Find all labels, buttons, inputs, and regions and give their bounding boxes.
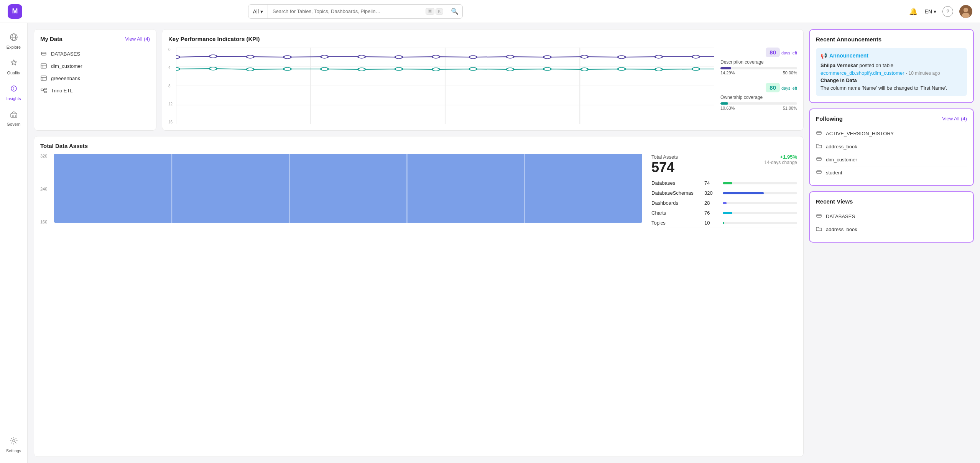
sidebar-label-explore: Explore	[7, 45, 21, 49]
list-item[interactable]: DATABASES	[816, 210, 967, 223]
asset-bar-wrap	[723, 202, 797, 204]
search-submit-button[interactable]: 🔍	[447, 8, 462, 15]
asset-bar-wrap	[723, 182, 797, 184]
total-assets-card: Total Data Assets 160 240 320	[34, 136, 804, 457]
announcements-card: Recent Announcements 📢 Announcement Shil…	[809, 29, 974, 103]
kpi-chart-area: 16 12 8 4 0	[168, 48, 797, 124]
announcement-table-link[interactable]: ecommerce_db.shopify.dim_customer	[821, 70, 904, 76]
user-avatar[interactable]	[959, 5, 972, 18]
y-label: 160	[40, 220, 53, 224]
svg-rect-21	[41, 76, 46, 80]
logo[interactable]: M	[8, 4, 22, 19]
topnav-right: 🔔 EN ▾ ?	[908, 5, 972, 18]
announcement-body: Shilpa Vernekar posted on table ecommerc…	[821, 62, 962, 92]
recent-views-title: Recent Views	[816, 198, 853, 205]
metric-name-ownership: Ownership coverage	[720, 95, 797, 100]
database-icon	[816, 156, 822, 163]
my-data-header: My Data View All (4)	[40, 36, 150, 42]
svg-point-47	[469, 56, 477, 59]
sidebar-item-insights[interactable]: Insights	[0, 80, 27, 105]
bar-chart-section: Total Data Assets 160 240 320	[40, 143, 642, 224]
metric-name-description: Description coverage	[720, 59, 797, 65]
svg-point-50	[580, 55, 588, 58]
list-item-label: address_book	[826, 144, 857, 149]
svg-point-66	[618, 67, 625, 71]
svg-rect-88	[817, 214, 821, 217]
svg-point-57	[284, 67, 291, 71]
svg-point-65	[580, 68, 588, 71]
announcement-item: 📢 Announcement Shilpa Vernekar posted on…	[816, 48, 967, 96]
svg-point-52	[655, 55, 662, 58]
svg-line-10	[11, 112, 14, 114]
days-badge-description: 80	[766, 48, 780, 57]
asset-row-dashboards: Dashboards 28	[651, 198, 797, 208]
bar-chart-container: 160 240 320	[40, 154, 642, 224]
asset-bar	[723, 222, 724, 224]
svg-point-43	[321, 55, 328, 58]
topnav: M All ▾ ⌘ K 🔍 🔔 EN ▾ ?	[0, 0, 980, 23]
svg-line-11	[14, 112, 17, 114]
following-view-all[interactable]: View All (4)	[942, 116, 967, 121]
insights-icon	[10, 84, 18, 95]
kpi-metric-ownership: 80 days left Ownership coverage 10.63% 5…	[720, 83, 797, 110]
sidebar: Explore Quality Insights	[0, 23, 28, 463]
search-filter-button[interactable]: All ▾	[248, 5, 268, 18]
svg-rect-77	[54, 154, 642, 223]
svg-point-45	[395, 56, 402, 59]
top-row: My Data View All (4) DATABASES	[34, 29, 804, 131]
announcement-posted-text: posted on table	[859, 62, 893, 68]
list-item-label: address_book	[826, 227, 857, 232]
cmd-key: ⌘	[426, 8, 434, 15]
search-filter-label: All	[253, 8, 259, 15]
sidebar-item-settings[interactable]: Settings	[0, 433, 27, 457]
sidebar-item-explore[interactable]: Explore	[0, 29, 27, 53]
svg-point-8	[13, 89, 14, 90]
govern-icon	[10, 110, 18, 120]
list-item[interactable]: student	[816, 166, 967, 179]
kpi-svg: 30/Aug 03/Sep 07/Sep 11/Sep	[176, 48, 714, 124]
list-item[interactable]: dim_customer	[816, 153, 967, 166]
main-layout: Explore Quality Insights	[0, 23, 980, 463]
schema-icon	[40, 87, 47, 94]
asset-row-topics: Topics 10	[651, 218, 797, 228]
total-assets-count-section: Total Assets 574	[651, 154, 678, 174]
help-button[interactable]: ?	[942, 6, 953, 17]
svg-point-58	[321, 67, 328, 71]
svg-rect-24	[41, 89, 43, 90]
list-item[interactable]: address_book	[816, 140, 967, 153]
list-item[interactable]: ACTIVE_VERSION_HISTORY	[816, 127, 967, 140]
svg-point-63	[506, 68, 514, 71]
announcement-title: 📢 Announcement	[821, 53, 962, 59]
list-item[interactable]: dim_customer	[40, 60, 150, 72]
asset-row-name: Topics	[651, 220, 701, 226]
list-item[interactable]: address_book	[816, 223, 967, 236]
list-item[interactable]: greeeenbank	[40, 72, 150, 84]
list-item[interactable]: Trino ETL	[40, 84, 150, 97]
search-icon: 🔍	[451, 8, 459, 15]
list-item-label: Trino ETL	[51, 88, 73, 94]
bar-chart-svg	[54, 154, 642, 224]
notification-bell-button[interactable]: 🔔	[908, 6, 919, 17]
language-selector[interactable]: EN ▾	[925, 8, 936, 15]
svg-point-60	[395, 67, 402, 71]
my-data-view-all[interactable]: View All (4)	[125, 36, 150, 42]
y-label: 4	[168, 66, 175, 70]
assets-change-section: +1.95% 14-days change	[765, 154, 797, 165]
bar-svg	[54, 154, 642, 223]
k-key: K	[436, 8, 443, 15]
sidebar-item-quality[interactable]: Quality	[0, 55, 27, 79]
svg-point-48	[506, 55, 514, 58]
announcements-title: Recent Announcements	[816, 36, 881, 43]
list-item[interactable]: DATABASES	[40, 48, 150, 60]
star-icon	[10, 59, 18, 69]
asset-bar-wrap	[723, 212, 797, 214]
svg-rect-84	[817, 158, 821, 161]
sidebar-item-govern[interactable]: Govern	[0, 106, 27, 130]
kpi-line-chart: 16 12 8 4 0	[168, 48, 714, 124]
asset-bar	[723, 192, 764, 194]
announcement-change-title: Change in Data	[821, 77, 857, 83]
asset-row-count: 74	[704, 180, 720, 186]
search-input[interactable]	[268, 5, 422, 18]
svg-point-49	[544, 56, 551, 59]
following-card: Following View All (4) ACTIVE_VERSION_HI…	[809, 108, 974, 186]
